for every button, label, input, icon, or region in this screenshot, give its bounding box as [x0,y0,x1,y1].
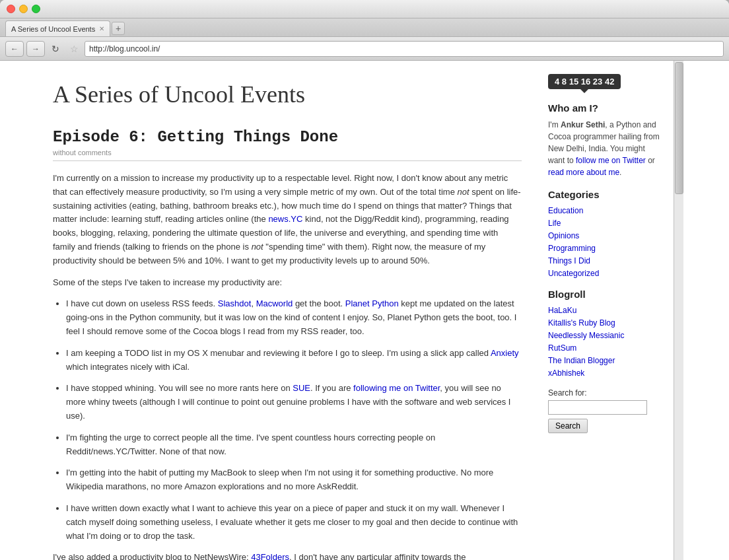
blogroll-item: xAbhishek [548,368,660,378]
categories-heading: Categories [548,189,660,200]
list-item: I'm fighting the urge to correct people … [66,431,522,459]
blogroll-list: HaLaKu Kitallis's Ruby Blog Needlessly M… [548,305,660,378]
browser-window: A Series of Uncool Events ✕ + ← → ↻ ☆ ht… [0,0,729,560]
blogroll-item: HaLaKu [548,305,660,315]
category-item: Opinions [548,230,660,240]
category-item: Programming [548,243,660,253]
content-wrapper: A Series of Uncool Events Episode 6: Get… [0,61,729,560]
category-opinions-link[interactable]: Opinions [548,231,579,240]
category-uncategorized-link[interactable]: Uncategorized [548,269,599,278]
search-button[interactable]: Search [548,419,588,433]
sidebar-categories: Categories Education Life Opinions Progr… [548,189,660,278]
list-item: I'm getting into the habit of putting my… [66,466,522,494]
author-name: Ankur Sethi [561,120,605,129]
category-education-link[interactable]: Education [548,206,583,215]
sidebar-who-am-i: Who am I? I'm Ankur Sethi, a Python and … [548,102,660,178]
category-item: Education [548,205,660,215]
address-bar[interactable]: http://blog.uncool.in/ [85,41,724,57]
list-item: I have stopped whining. You will see no … [66,382,522,423]
page-area: A Series of Uncool Events Episode 6: Get… [0,61,729,560]
maximize-button[interactable] [32,5,40,13]
list-item: I have written down exactly what I want … [66,502,522,543]
url-text: http://blog.uncool.in/ [89,44,160,53]
article-body: I'm currently on a mission to increase m… [53,172,522,560]
forward-button[interactable]: → [26,41,45,57]
needlessly-link[interactable]: Needlessly Messianic [548,331,624,340]
kitallis-link[interactable]: Kitallis's Ruby Blog [548,318,615,328]
who-am-i-text: I'm Ankur Sethi, a Python and Cocoa prog… [548,119,660,178]
blogroll-item: Kitallis's Ruby Blog [548,318,660,328]
twitter-link[interactable]: follow me on Twitter [576,156,646,165]
blogroll-item: Needlessly Messianic [548,330,660,340]
tab-bar: A Series of Uncool Events ✕ + [0,18,729,37]
title-bar [0,0,729,18]
who-am-i-heading: Who am I? [548,102,660,114]
steps-list: I have cut down on useless RSS feeds. Sl… [66,297,522,543]
article-meta: without comments [53,149,522,161]
tab-close-icon[interactable]: ✕ [99,25,104,32]
list-item: I have cut down on useless RSS feeds. Sl… [66,297,522,338]
close-button[interactable] [7,5,15,13]
macworld-link[interactable]: Macworld [256,298,293,308]
main-content: A Series of Uncool Events Episode 6: Get… [0,61,541,560]
sidebar-blogroll: Blogroll HaLaKu Kitallis's Ruby Blog Nee… [548,289,660,378]
halaku-link[interactable]: HaLaKu [548,306,576,315]
new-tab-button[interactable]: + [112,22,125,35]
body-paragraph-1: I'm currently on a mission to increase m… [53,172,522,268]
categories-list: Education Life Opinions Programming Thin… [548,205,660,278]
43folders-link[interactable]: 43Folders [251,552,289,560]
steps-intro: Some of the steps I've taken to increase… [53,276,522,290]
xabhishek-link[interactable]: xAbhishek [548,368,584,378]
anxiety-link[interactable]: Anxiety [491,348,519,358]
sidebar: 4 8 15 16 23 42 Who am I? I'm Ankur Seth… [541,61,674,560]
category-item: Uncategorized [548,268,660,278]
article-title: Episode 6: Getting Things Done [53,128,522,146]
category-life-link[interactable]: Life [548,219,561,228]
indian-blogger-link[interactable]: The Indian Blogger [548,356,615,365]
emphasis-not1: not [458,187,469,197]
slashdot-link[interactable]: Slashdot [218,298,252,308]
back-button[interactable]: ← [5,41,24,57]
search-label: Search for: [548,388,660,398]
browser-tab[interactable]: A Series of Uncool Events ✕ [5,20,110,36]
news-yc-link[interactable]: news.YC [268,214,302,224]
category-item: Life [548,218,660,228]
site-title: A Series of Uncool Events [53,74,522,108]
bookmark-icon[interactable]: ☆ [66,41,82,57]
planet-python-link[interactable]: Planet Python [345,298,399,308]
twitter-follow-link[interactable]: following me on Twitter [353,383,440,393]
body-final: I've also added a productivity blog to N… [53,551,522,560]
refresh-button[interactable]: ↻ [48,41,63,57]
minimize-button[interactable] [19,5,28,13]
rutsum-link[interactable]: RutSum [548,343,576,353]
category-item: Things I Did [548,256,660,265]
category-programming-link[interactable]: Programming [548,244,596,253]
blogroll-heading: Blogroll [548,289,660,300]
search-input[interactable] [548,400,647,415]
sue-link[interactable]: SUE [293,383,310,393]
tab-title: A Series of Uncool Events [11,25,95,33]
about-link[interactable]: read more about me [548,168,619,177]
blogroll-item: The Indian Blogger [548,355,660,365]
lottery-badge: 4 8 15 16 23 42 [548,74,621,89]
emphasis-not2: not [252,242,263,252]
toolbar: ← → ↻ ☆ http://blog.uncool.in/ [0,37,729,61]
scrollbar-thumb[interactable] [675,62,683,194]
blogroll-item: RutSum [548,343,660,353]
sidebar-search: Search for: Search [548,388,660,433]
category-things-link[interactable]: Things I Did [548,256,590,265]
scrollbar[interactable] [674,61,683,560]
list-item: I am keeping a TODO list in my OS X menu… [66,347,522,374]
